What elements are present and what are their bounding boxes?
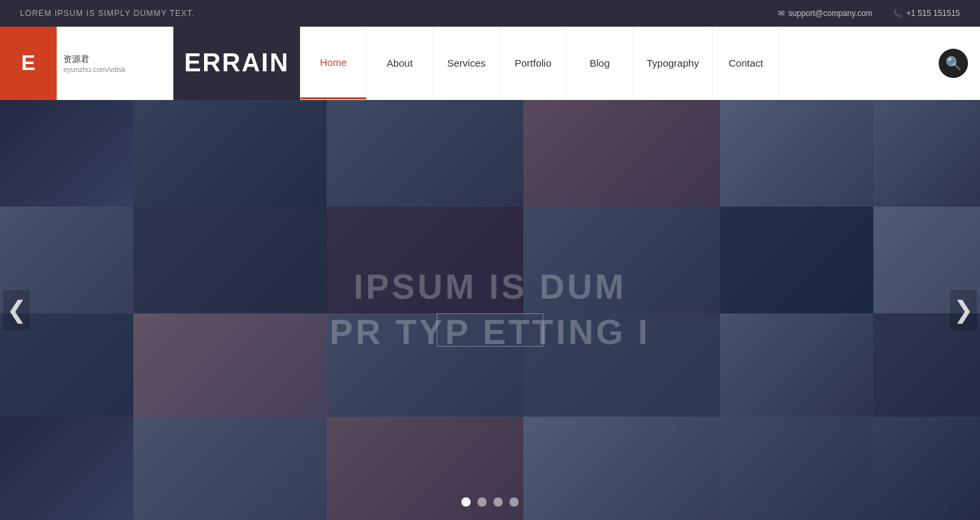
nav-item-blog[interactable]: Blog — [567, 27, 633, 99]
dot-2[interactable] — [477, 497, 487, 507]
email-info: ✉ support@company.com — [778, 9, 873, 18]
contact-info: ✉ support@company.com 📞 +1 515 151515 — [778, 9, 960, 18]
nav-item-typography[interactable]: Typography — [633, 27, 713, 99]
search-icon: 🔍 — [939, 49, 968, 78]
phone-number: +1 515 151515 — [907, 9, 960, 18]
logo-block: E 资源君 eyunzhu.com/vdisk ERRAIN — [0, 27, 300, 99]
logo-url: eyunzhu.com/vdisk — [63, 65, 126, 73]
top-bar: LOREM IPSUM IS SIMPLY DUMMY TEXT. ✉ supp… — [0, 0, 980, 27]
email-address: support@company.com — [789, 9, 873, 18]
navbar: E 资源君 eyunzhu.com/vdisk ERRAIN Home Abou… — [0, 27, 980, 100]
email-icon: ✉ — [778, 9, 785, 18]
next-arrow[interactable]: ❯ — [950, 290, 977, 330]
hero-slider: IPSUM IS DUM PR TYP ETTING I ❮ ❯ — [0, 100, 980, 520]
phone-icon: 📞 — [893, 9, 903, 18]
logo-chinese: 资源君 — [63, 53, 89, 65]
logo-letter: E — [0, 27, 57, 100]
nav-item-contact[interactable]: Contact — [713, 27, 779, 99]
prev-arrow[interactable]: ❮ — [3, 290, 30, 330]
phone-info: 📞 +1 515 151515 — [893, 9, 960, 18]
nav-item-home[interactable]: Home — [300, 27, 367, 99]
slider-dots — [461, 497, 519, 507]
dot-1[interactable] — [461, 497, 471, 507]
dot-3[interactable] — [493, 497, 503, 507]
hero-text-line1: IPSUM IS DUM — [330, 265, 651, 310]
logo-text: 资源君 eyunzhu.com/vdisk — [57, 27, 173, 100]
tagline: LOREM IPSUM IS SIMPLY DUMMY TEXT. — [20, 9, 195, 18]
logo-brand: ERRAIN — [173, 27, 300, 100]
nav-item-about[interactable]: About — [367, 27, 433, 99]
hero-border-box — [437, 313, 543, 347]
nav-item-services[interactable]: Services — [433, 27, 500, 99]
nav-menu: Home About Services Portfolio Blog Typog… — [300, 27, 927, 99]
nav-item-portfolio[interactable]: Portfolio — [500, 27, 567, 99]
search-button[interactable]: 🔍 — [927, 27, 980, 99]
dot-4[interactable] — [509, 497, 519, 507]
